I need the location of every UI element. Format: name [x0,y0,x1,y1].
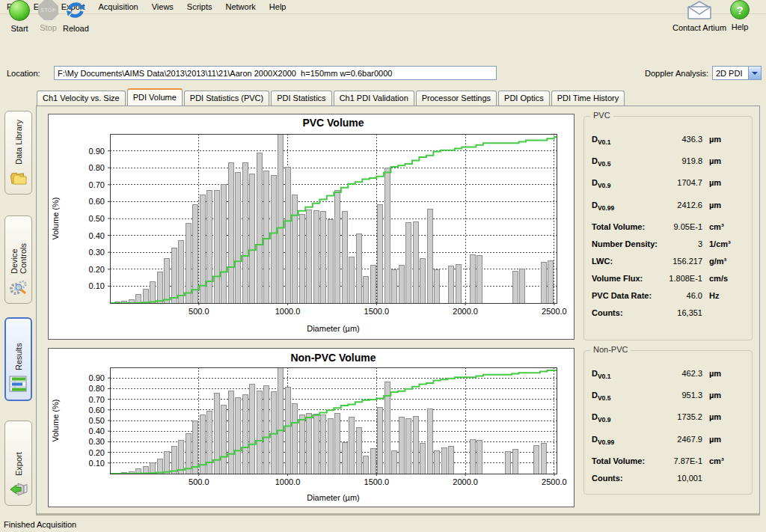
doppler-analysis-select[interactable]: 2D PDI [712,66,762,80]
non-pvc-row-counts: Counts:10,001 [592,474,747,483]
aims-application-window: { "menu": { "items": ["File","Edit","Exp… [0,0,766,532]
pvc-row-pvc-data-rate: PVC Data Rate:46.0Hz [592,291,747,300]
chevron-down-icon [752,72,758,78]
stat-unit: µm [709,135,721,144]
stat-unit: 1/cm³ [709,239,731,248]
stat-label: Counts: [592,474,665,483]
stat-unit: µm [709,391,721,400]
doppler-dropdown-arrow-button[interactable] [748,67,761,79]
stat-value: 3 [665,239,702,248]
pvc-volume-chart-panel: 0.100.200.300.400.500.600.700.800.90500.… [48,114,574,340]
contact-artium-button[interactable]: Contact Artium [672,0,726,32]
stop-button-label: Stop [40,23,57,32]
stop-icon: STOP [38,0,58,20]
location-input[interactable] [54,66,497,80]
status-bar: Finished Acquisition [0,518,766,532]
non-pvc-row-d-v0-99: DV0.992467.9µm [592,435,747,446]
sidebar-item-label: Data Library [14,119,23,165]
tab-pdi-statistics[interactable]: PDI Statistics [271,91,331,106]
doppler-analysis-value: 2D PDI [713,69,748,78]
tab-pdi-optics[interactable]: PDI Optics [498,91,550,106]
pvc-groupbox-title: PVC [590,111,613,120]
x-axis-label: Diameter (µm) [307,324,360,333]
svg-text:0.90: 0.90 [89,147,105,156]
tab-pdi-volume[interactable]: PDI Volume [127,88,183,106]
menu-item-scripts[interactable]: Scripts [180,1,219,13]
stat-unit: Hz [709,291,719,300]
stat-unit: µm [709,156,721,165]
start-button[interactable]: Start [9,0,30,33]
status-text: Finished Acquisition [4,520,76,529]
sidebar-item-export[interactable]: Export [4,421,32,506]
non-pvc-row-d-v0-9: DV0.91735.2µm [592,412,747,424]
y-axis-label: Volume (%) [51,400,60,442]
stat-value: 951.3 [665,391,702,400]
svg-text:0.70: 0.70 [89,180,105,189]
sidebar-item-results[interactable]: Results [4,317,32,401]
svg-text:2000.0: 2000.0 [453,477,478,486]
tab-pdi-time-history[interactable]: PDI Time History [551,91,625,106]
envelope-icon [686,0,713,20]
stat-unit: µm [709,435,721,444]
menu-item-acquisition[interactable]: Acquisition [92,1,145,13]
sidebar-item-device-controls[interactable]: Device Controls [4,215,32,304]
non-pvc-volume-chart: 0.100.200.300.400.500.600.700.800.90500.… [49,349,574,507]
sidebar-item-label: Export [14,429,23,476]
svg-text:1000.0: 1000.0 [275,307,301,316]
svg-text:0.40: 0.40 [89,231,105,240]
reload-button[interactable]: Reload [63,0,89,33]
tab-ch1-velocity-vs-size[interactable]: Ch1 Velocity vs. Size [37,91,126,106]
pvc-row-counts: Counts:16,351 [592,308,747,317]
svg-text:0.90: 0.90 [89,373,105,382]
stat-unit: µm [709,178,721,187]
svg-text:0.30: 0.30 [89,248,105,257]
svg-text:1500.0: 1500.0 [364,307,390,316]
reload-button-label: Reload [63,24,89,33]
stat-label: DV0.5 [592,156,665,168]
tab-ch1-pdi-validation[interactable]: Ch1 PDI Validation [334,91,414,106]
chart-title: Non-PVC Volume [290,352,376,364]
svg-text:0.80: 0.80 [89,384,105,393]
stat-unit: cm/s [709,274,728,283]
pvc-row-d-v0-5: DV0.5919.8µm [592,156,747,168]
stat-label: DV0.9 [592,412,665,424]
menu-item-network[interactable]: Network [218,1,262,13]
pvc-volume-chart: 0.100.200.300.400.500.600.700.800.90500.… [49,114,574,339]
pdi-volume-tab-page: 0.100.200.300.400.500.600.700.800.90500.… [36,106,760,516]
menu-item-help[interactable]: Help [263,1,293,13]
stat-value: 46.0 [665,291,702,300]
svg-text:1000.0: 1000.0 [275,477,301,486]
stat-value: 10,001 [665,474,702,483]
svg-text:0.50: 0.50 [89,416,105,425]
help-button[interactable]: ? Help [730,0,750,31]
svg-text:2500.0: 2500.0 [542,307,567,316]
svg-text:0.50: 0.50 [89,214,105,223]
non-pvc-row-d-v0-5: DV0.5951.3µm [592,391,747,402]
svg-text:0.10: 0.10 [89,459,105,468]
tab-strip: Ch1 Velocity vs. SizePDI VolumePDI Stati… [37,88,626,106]
svg-text:0.70: 0.70 [89,395,105,404]
svg-text:0.20: 0.20 [89,448,105,457]
tab-processor-settings[interactable]: Processor Settings [416,91,497,106]
stat-label: DV0.99 [592,201,665,212]
stat-value: 7.87E-1 [665,456,702,465]
menu-item-views[interactable]: Views [145,1,180,13]
sidebar-item-data-library[interactable]: Data Library [4,111,32,195]
stat-label: Number Density: [592,239,665,248]
tab-pdi-statistics-pvc[interactable]: PDI Statistics (PVC) [184,91,269,106]
stop-button: STOP Stop [38,0,58,32]
non-pvc-stats-groupbox: Non-PVC DV0.1462.3µmDV0.5951.3µmDV0.9173… [583,350,753,495]
pvc-row-volume-flux: Volume Flux:1.808E-1cm/s [592,274,747,283]
stat-label: Volume Flux: [592,274,665,283]
svg-text:1500.0: 1500.0 [364,477,390,486]
stat-value: 2412.6 [665,201,702,210]
pvc-row-total-volume: Total Volume:9.05E-1cm³ [592,222,747,231]
stat-value: 1.808E-1 [665,274,702,283]
svg-text:500.0: 500.0 [189,477,209,486]
chart-title: PVC Volume [302,117,364,129]
stat-value: 9.05E-1 [665,222,702,231]
stat-label: LWC: [592,257,665,266]
stat-label: DV0.1 [592,135,665,146]
stat-unit: µm [709,369,721,378]
stat-label: Total Volume: [592,456,665,465]
